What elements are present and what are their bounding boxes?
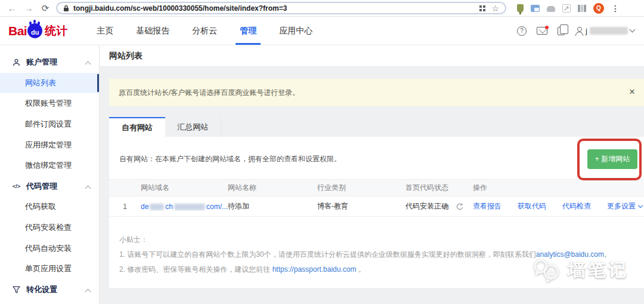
code-check-link[interactable]: 代码检查 [562, 201, 591, 211]
browser-toolbar: ← → ⟳ tongji.baidu.com/sc-web/1000033005… [0, 0, 644, 17]
sidebar-item-site-list[interactable]: 网站列表 [0, 73, 99, 94]
table-header-row: 网站域名 网站名称 行业类别 首页代码状态 操作 [109, 179, 644, 196]
code-status-cell: 代码安装正确 [405, 201, 473, 211]
tip-line-1: 1. 该账号下可以建立的自有网站个数上限为30个，请使用百度统计分析云提供的企业… [119, 247, 644, 262]
column-category: 行业类别 [317, 183, 405, 193]
copy-icon[interactable] [558, 27, 565, 35]
forward-icon[interactable]: → [23, 4, 35, 13]
more-settings-link[interactable]: 更多设置 [607, 201, 642, 211]
chevron-down-icon [630, 27, 636, 33]
collapse-chevron-icon [85, 288, 91, 294]
page-title: 网站列表 [109, 51, 143, 62]
sidebar-item-app-binding[interactable]: 应用绑定管理 [0, 134, 99, 155]
collapse-chevron-icon [85, 185, 91, 191]
redacted-domain-part [150, 204, 164, 210]
code-status-text: 代码安装正确 [405, 201, 448, 211]
browser-profile-avatar[interactable]: Q [593, 3, 604, 14]
header-right-icons: ? j [517, 17, 644, 45]
tab-groups-icon[interactable] [479, 5, 485, 11]
column-code-status: 首页代码状态 [405, 183, 473, 193]
user-icon [575, 27, 583, 35]
passport-link[interactable]: https://passport.baidu.com [273, 265, 357, 274]
column-domain: 网站域名 [141, 183, 228, 193]
extension-pin-icon[interactable] [517, 4, 524, 13]
sidebar: 账户管理 网站列表 权限账号管理 邮件订阅设置 应用绑定管理 微信绑定管理 </… [0, 45, 100, 304]
site-tabs: 自有网站 汇总网站 [109, 117, 644, 137]
row-actions: 查看报告 获取代码 代码检查 更多设置 [473, 201, 644, 211]
app-header: Bai du 统计 主页 基础报告 分析云 管理 应用中心 ? j [0, 17, 644, 45]
refresh-icon[interactable] [456, 202, 464, 211]
user-icon [12, 59, 21, 66]
collapse-chevron-icon [85, 62, 91, 67]
page-title-bar: 网站列表 [100, 45, 644, 67]
extension-window-icon[interactable] [531, 5, 540, 12]
tips-title: 小贴士： [119, 232, 644, 247]
column-site-name: 网站名称 [228, 183, 317, 193]
own-sites-description: 自有网站：在本账户下创建的网站域名，拥有全部的查看和设置权限。 [119, 154, 341, 164]
tips-section: 小贴士： 1. 该账号下可以建立的自有网站个数上限为30个，请使用百度统计分析云… [109, 232, 644, 277]
add-site-button[interactable]: + 新增网站 [587, 149, 637, 169]
logo-text-bai: Bai [8, 24, 27, 38]
chevron-down-icon [638, 203, 643, 208]
tab-aggregate-sites[interactable]: 汇总网站 [165, 117, 221, 137]
sidebar-item-email-subscription[interactable]: 邮件订阅设置 [0, 114, 99, 135]
get-code-link[interactable]: 获取代码 [518, 201, 546, 211]
messages-icon[interactable] [537, 27, 547, 35]
close-icon[interactable]: × [629, 87, 635, 97]
nav-basic-reports[interactable]: 基础报告 [125, 17, 181, 45]
table-row: 1 dechcom/... 待添加 博客-教育 代码安装正确 查看 [109, 196, 644, 217]
site-domain[interactable]: dechcom/... [141, 202, 228, 211]
sidebar-item-wechat-binding[interactable]: 微信绑定管理 [0, 155, 99, 176]
notification-dot [545, 26, 549, 29]
site-list-panel: 自有网站：在本账户下创建的网站域名，拥有全部的查看和设置权限。 + 新增网站 网… [109, 137, 644, 288]
sidebar-section-code[interactable]: </> 代码管理 [0, 176, 99, 197]
address-bar[interactable]: tongji.baidu.com/sc-web/10000330055/home… [56, 2, 506, 14]
nav-manage[interactable]: 管理 [228, 17, 268, 45]
extension-cloud-icon[interactable] [547, 6, 555, 12]
tip-line-2: 2. 修改密码、密保等账号相关操作，建议您前往 https://passport… [119, 262, 644, 277]
sidebar-item-spa-settings[interactable]: 单页应用设置 [0, 259, 99, 280]
sidebar-section-account[interactable]: 账户管理 [0, 52, 99, 73]
extension-share-icon[interactable]: ↗ [562, 4, 571, 13]
browser-extensions: ↗ Q ⋮ [517, 3, 620, 14]
lock-icon [63, 5, 69, 12]
nav-app-center[interactable]: 应用中心 [268, 17, 324, 45]
nav-analytics-cloud[interactable]: 分析云 [181, 17, 228, 45]
site-category: 博客-教育 [317, 201, 405, 211]
sidebar-item-get-code[interactable]: 代码获取 [0, 196, 99, 217]
reload-icon[interactable]: ⟳ [39, 4, 51, 13]
main-nav: 主页 基础报告 分析云 管理 应用中心 [85, 17, 324, 45]
row-index: 1 [109, 202, 141, 211]
notice-text: 原百度统计站长/客户账号请选择百度商业账号进行登录。 [119, 88, 299, 98]
content-area: 原百度统计站长/客户账号请选择百度商业账号进行登录。 × 自有网站 汇总网站 自… [100, 67, 644, 304]
site-name: 待添加 [228, 201, 317, 211]
bookmark-star-icon[interactable]: ☆ [491, 4, 499, 13]
username-redacted [590, 27, 628, 35]
baidu-tongji-logo[interactable]: Bai du 统计 [0, 17, 76, 45]
funnel-icon [12, 286, 21, 293]
logo-text-suffix: 统计 [45, 23, 67, 39]
back-icon[interactable]: ← [6, 4, 18, 13]
tab-own-sites[interactable]: 自有网站 [109, 117, 165, 137]
user-menu[interactable]: j [575, 26, 634, 35]
panel-description-row: 自有网站：在本账户下创建的网站域名，拥有全部的查看和设置权限。 + 新增网站 [109, 137, 644, 179]
main-area: 网站列表 原百度统计站长/客户账号请选择百度商业账号进行登录。 × 自有网站 汇… [100, 45, 644, 304]
help-icon[interactable]: ? [517, 26, 527, 36]
sidebar-item-code-install-check[interactable]: 代码安装检查 [0, 217, 99, 238]
sidebar-section-conversion[interactable]: 转化设置 [0, 280, 99, 300]
nav-home[interactable]: 主页 [85, 17, 125, 45]
sidebar-item-code-auto-install[interactable]: 代码自动安装 [0, 238, 99, 259]
url-text: tongji.baidu.com/sc-web/10000330055/home… [73, 4, 287, 13]
extension-columns-icon[interactable] [578, 5, 586, 12]
redacted-domain-part [174, 204, 205, 210]
column-actions: 操作 [473, 183, 644, 193]
notice-banner: 原百度统计站长/客户账号请选择百度商业账号进行登录。 × [109, 79, 644, 106]
analytics-email-link[interactable]: analytics@baidu.com [536, 250, 604, 259]
baidu-paw-icon: du [27, 23, 42, 38]
username-prefix: j [586, 26, 587, 35]
browser-menu-icon[interactable]: ⋮ [611, 4, 620, 13]
sidebar-item-permission-accounts[interactable]: 权限账号管理 [0, 93, 99, 114]
view-report-link[interactable]: 查看报告 [473, 201, 501, 211]
code-icon: </> [12, 183, 21, 189]
